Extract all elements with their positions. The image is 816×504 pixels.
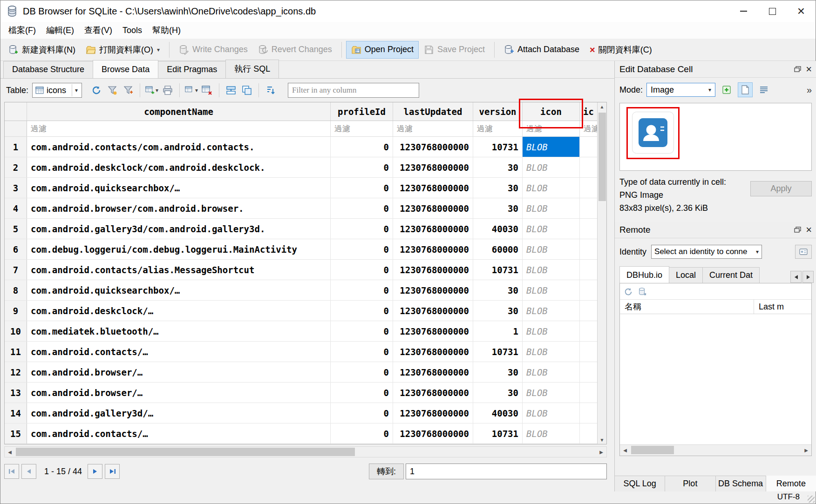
cell-version[interactable]: 1 [473,321,523,341]
identity-select[interactable]: Select an identity to conne ▾ [651,245,762,259]
encoding-indicator[interactable]: UTF-8 [777,492,800,502]
cell-lastUpdated[interactable]: 1230768000000 [393,178,473,198]
table-row[interactable]: 1 com.android.contacts/com.android.conta… [5,137,606,157]
delete-record-button[interactable] [200,83,214,97]
cell-profileId[interactable]: 0 [331,342,393,362]
cell-profileId[interactable]: 0 [331,321,393,341]
filter-icon-column[interactable]: 過濾 [523,121,580,136]
cell-lastUpdated[interactable]: 1230768000000 [393,301,473,321]
remote-tab[interactable]: DBHub.io [619,266,669,283]
new-database-button[interactable]: 新建資料庫(N) [3,40,81,59]
row-number[interactable]: 15 [5,423,27,444]
cell-profileId[interactable]: 0 [331,137,393,157]
close-button[interactable]: × [787,0,816,22]
cell-lastUpdated[interactable]: 1230768000000 [393,219,473,239]
table-row[interactable]: 7 com.android.contacts/alias.MessageShor… [5,260,606,280]
cell-lastUpdated[interactable]: 1230768000000 [393,321,473,341]
cell-profileId[interactable]: 0 [331,219,393,239]
cell-ic-partial[interactable] [580,342,597,362]
cell-ic-partial[interactable] [580,219,597,239]
table-row[interactable]: 12 com.android.browser/… 0 1230768000000… [5,362,606,383]
scroll-right-icon[interactable]: ▶ [801,445,811,456]
revert-changes-button[interactable]: Revert Changes [253,41,337,59]
text-view-button[interactable] [756,82,771,97]
main-tab[interactable]: 執行 SQL [225,60,279,78]
cell-componentName[interactable]: com.android.browser/… [27,362,331,382]
table-row[interactable]: 2 com.android.deskclock/com.android.desk… [5,157,606,178]
horizontal-scroll-thumb[interactable] [16,448,355,456]
attach-database-button[interactable]: Attach Database [499,41,585,59]
row-number[interactable]: 6 [5,239,27,259]
cell-componentName[interactable]: com.android.browser/com.android.browser. [27,198,331,218]
cell-icon-blob[interactable]: BLOB [523,157,580,177]
table-row[interactable]: 10 com.mediatek.bluetooth/… 0 1230768000… [5,321,606,342]
cell-icon-blob[interactable]: BLOB [523,219,580,239]
sort-button[interactable] [264,83,278,97]
cell-ic-partial[interactable] [580,239,597,259]
table-row[interactable]: 11 com.android.contacts/… 0 123076800000… [5,342,606,362]
close-panel-icon[interactable]: × [806,64,812,74]
grid-horizontal-scrollbar[interactable]: ◀ ▶ [4,446,607,457]
cell-lastUpdated[interactable]: 1230768000000 [393,342,473,362]
table-row[interactable]: 13 com.android.browser/… 0 1230768000000… [5,383,606,403]
cell-version[interactable]: 10731 [473,260,523,280]
goto-input[interactable] [406,464,607,479]
remote-clone-database-icon[interactable] [638,287,647,296]
cell-componentName[interactable]: com.android.deskclock/com.android.deskcl… [27,157,331,177]
cell-version[interactable]: 10731 [473,137,523,157]
menu-item[interactable]: 編輯(E) [41,22,79,38]
filter-ic-partial[interactable]: 過濾 [580,121,597,136]
cell-lastUpdated[interactable]: 1230768000000 [393,423,473,444]
filter-componentName[interactable]: 過濾 [27,121,331,136]
scroll-right-icon[interactable]: ▶ [596,447,606,457]
menu-item[interactable]: 幫助(H) [147,22,186,38]
row-number[interactable]: 8 [5,280,27,300]
remote-column-last-modified[interactable]: Last m [754,300,811,314]
cell-icon-blob[interactable]: BLOB [523,178,580,198]
save-table-dropdown-icon[interactable]: ▾ [195,87,198,94]
cell-lastUpdated[interactable]: 1230768000000 [393,403,473,423]
row-number[interactable]: 4 [5,198,27,218]
scroll-down-icon[interactable]: ▼ [598,436,606,444]
cell-ic-partial[interactable] [580,423,597,444]
table-row[interactable]: 8 com.android.quicksearchbox/… 0 1230768… [5,280,606,301]
cell-profileId[interactable]: 0 [331,198,393,218]
save-filter-icon[interactable] [121,83,135,97]
cell-ic-partial[interactable] [580,301,597,321]
cell-componentName[interactable]: com.android.quicksearchbox/… [27,280,331,300]
cell-ic-partial[interactable] [580,280,597,300]
cell-lastUpdated[interactable]: 1230768000000 [393,157,473,177]
cell-profileId[interactable]: 0 [331,301,393,321]
column-header-componentName[interactable]: componentName [27,102,331,121]
duplicate-record-button[interactable] [240,83,254,97]
goto-button[interactable]: 轉到: [369,464,404,479]
cell-componentName[interactable]: com.android.quicksearchbox/… [27,178,331,198]
open-database-dropdown-icon[interactable]: ▾ [157,47,160,53]
cell-profileId[interactable]: 0 [331,178,393,198]
cell-ic-partial[interactable] [580,260,597,280]
insert-row-button[interactable] [224,83,238,97]
cell-componentName[interactable]: com.android.gallery3d/com.android.galler… [27,219,331,239]
cell-profileId[interactable]: 0 [331,260,393,280]
cell-icon-blob[interactable]: BLOB [523,342,580,362]
cell-icon-blob[interactable]: BLOB [523,362,580,382]
cell-icon-blob[interactable]: BLOB [523,321,580,341]
resize-grip[interactable] [808,496,815,503]
column-header-lastUpdated[interactable]: lastUpdated [393,102,473,121]
save-table-button[interactable]: ▾ [184,83,198,97]
next-page-button[interactable] [88,464,102,479]
image-view-button[interactable] [738,82,753,97]
cell-componentName[interactable]: com.android.contacts/… [27,423,331,444]
cell-profileId[interactable]: 0 [331,280,393,300]
dock-tab[interactable]: Remote [766,476,816,491]
cell-lastUpdated[interactable]: 1230768000000 [393,137,473,157]
dock-tab[interactable]: SQL Log [615,476,665,491]
row-number[interactable]: 1 [5,137,27,157]
cell-lastUpdated[interactable]: 1230768000000 [393,239,473,259]
cell-componentName[interactable]: com.android.contacts/alias.MessageShortc… [27,260,331,280]
cell-version[interactable]: 40030 [473,219,523,239]
cell-profileId[interactable]: 0 [331,403,393,423]
new-record-button[interactable]: ▾ [145,83,159,97]
table-select[interactable]: icons ▾ [32,83,82,98]
main-tab[interactable]: Edit Pragmas [158,61,226,78]
